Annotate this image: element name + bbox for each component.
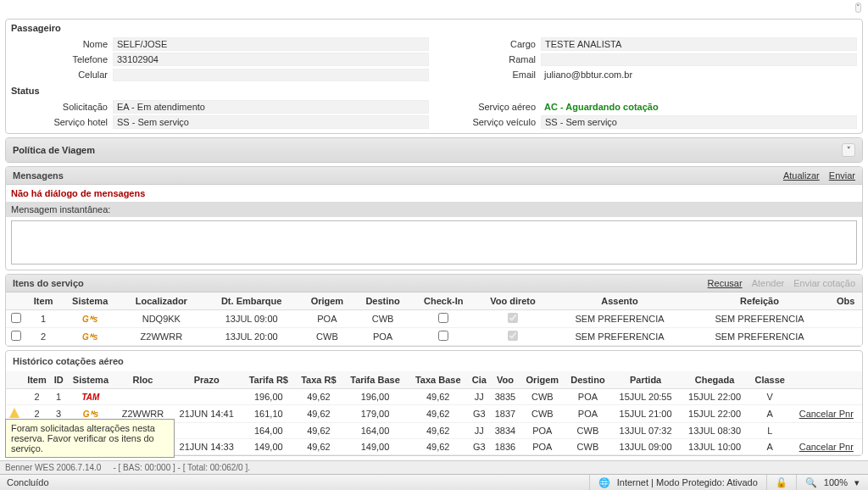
locator: NDQ9KK: [120, 310, 203, 328]
browser-done: Concluído: [0, 477, 56, 487]
items-col-header: Localizador: [120, 292, 203, 310]
app-name: Benner WES 2006.7.14.0: [5, 463, 101, 472]
destination: CWB: [354, 310, 411, 328]
items-col-header: Destino: [354, 292, 411, 310]
cell-label: Celular: [11, 70, 113, 80]
browser-zone: Internet | Modo Protegido: Ativado: [617, 477, 758, 487]
air-value: AC - Aguardando cotação: [541, 101, 857, 113]
app-status-bar: Benner WES 2006.7.14.0 - [ BAS: 00:000 ]…: [0, 460, 868, 474]
system-logo: Gᴺs: [60, 328, 120, 346]
messages-send-link[interactable]: Enviar: [829, 170, 855, 181]
obs: [830, 310, 862, 328]
row-select-checkbox[interactable]: [11, 331, 21, 341]
item-num: 2: [26, 328, 60, 346]
hist-col-header: Tarifa R$: [242, 371, 295, 389]
browser-status-bar: Concluído 🌐Internet | Modo Protegido: At…: [0, 474, 868, 490]
hist-col-header: Cia: [468, 371, 490, 389]
items-col-header: Check-In: [411, 292, 476, 310]
items-col-header: Item: [26, 292, 60, 310]
origin: POA: [300, 310, 354, 328]
hist-col-header: Classe: [749, 371, 791, 389]
service-items-panel: Itens do serviço Recusar Atender Enviar …: [5, 274, 863, 347]
messages-panel: Mensagens Atualizar Enviar Não há diálog…: [5, 166, 863, 270]
item-num: 1: [26, 310, 60, 328]
warning-icon: [9, 408, 19, 418]
boarding-date: 13JUL 20:00: [203, 328, 300, 346]
direct-checkbox[interactable]: [508, 331, 518, 341]
zoom-dropdown-icon[interactable]: ▾: [854, 477, 860, 488]
hist-col-header: Taxa Base: [408, 371, 468, 389]
items-col-header: Assento: [549, 292, 689, 310]
hist-col-header: Destino: [565, 371, 611, 389]
seat: SEM PREFERENCIA: [549, 328, 689, 346]
items-col-header: Refeição: [690, 292, 830, 310]
history-title: Histórico cotações aéreo: [6, 351, 862, 371]
zoom-icon[interactable]: 🔍: [805, 477, 817, 488]
meal: SEM PREFERENCIA: [690, 328, 830, 346]
table-row: 1GᴺsNDQ9KK13JUL 09:00POACWBSEM PREFERENC…: [6, 310, 862, 328]
role-value: TESTE ANALISTA: [541, 37, 857, 51]
hotel-label: Serviço hotel: [11, 117, 113, 127]
obs: [830, 328, 862, 346]
ext-value: [541, 53, 857, 66]
hist-col-header: Item: [23, 371, 51, 389]
checkin-checkbox[interactable]: [438, 331, 448, 341]
cancel-pnr-link[interactable]: Cancelar Pnr: [799, 409, 854, 419]
passenger-status-panel: Passageiro NomeSELF/JOSE Telefone3310290…: [5, 19, 863, 134]
role-label: Cargo: [439, 39, 541, 49]
warning-tooltip: Foram solicitadas alterações nesta reser…: [5, 419, 175, 458]
service-items-table: ItemSistemaLocalizadorDt. EmbarqueOrigem…: [6, 292, 862, 346]
policy-collapse-icon[interactable]: ˅: [842, 143, 855, 157]
policy-panel: Política de Viagem ˅: [5, 137, 863, 163]
vehicle-label: Serviço veículo: [439, 117, 541, 127]
messages-title: Mensagens: [13, 170, 64, 181]
locator: Z2WWRR: [120, 328, 203, 346]
air-label: Serviço aéreo: [439, 102, 541, 112]
refuse-link[interactable]: Recusar: [708, 278, 743, 288]
globe-icon: 🌐: [598, 477, 610, 488]
name-value: SELF/JOSE: [113, 37, 429, 51]
phone-value: 33102904: [113, 53, 429, 66]
checkin-checkbox[interactable]: [438, 313, 448, 323]
lock-off-icon: 🔓: [776, 477, 787, 488]
attend-link: Atender: [752, 278, 785, 288]
items-col-header: Dt. Embarque: [203, 292, 300, 310]
instant-msg-input[interactable]: [11, 220, 857, 264]
policy-title: Política de Viagem: [13, 145, 95, 155]
zoom-value: 100%: [824, 477, 848, 487]
collapse-icon[interactable]: ˅: [855, 3, 861, 13]
send-quote-link: Enviar cotação: [793, 278, 855, 288]
boarding-date: 13JUL 09:00: [203, 310, 300, 328]
phone-label: Telefone: [11, 54, 113, 64]
system-logo: TAM: [66, 389, 114, 405]
status-title: Status: [6, 82, 862, 99]
cancel-pnr-link[interactable]: Cancelar Pnr: [799, 442, 854, 452]
hist-col-header: Taxa R$: [295, 371, 342, 389]
items-col-header: Obs: [830, 292, 862, 310]
table-row: 21TAM196,0049,62196,0049,62JJ3835CWBPOA1…: [6, 389, 862, 405]
hist-col-header: ID: [51, 371, 67, 389]
hist-col-header: Prazo: [171, 371, 242, 389]
ext-label: Ramal: [439, 54, 541, 64]
direct-checkbox[interactable]: [508, 313, 518, 323]
hotel-value: SS - Sem serviço: [113, 115, 429, 129]
email-label: Email: [439, 70, 541, 80]
name-label: Nome: [11, 39, 113, 49]
hist-col-header: Rloc: [114, 371, 170, 389]
messages-update-link[interactable]: Atualizar: [783, 170, 820, 181]
cell-value: [113, 69, 429, 81]
origin: CWB: [300, 328, 354, 346]
row-select-checkbox[interactable]: [11, 313, 21, 323]
hist-col-header: Sistema: [66, 371, 114, 389]
meal: SEM PREFERENCIA: [690, 310, 830, 328]
instant-msg-label: Mensagem instantânea:: [6, 202, 862, 217]
items-title: Itens do serviço: [13, 278, 84, 288]
email-value: juliano@bbtur.com.br: [541, 69, 857, 81]
app-timing: - [ BAS: 00:000 ] - [ Total: 00:062/0 ].: [113, 463, 250, 472]
items-col-header: Sistema: [60, 292, 120, 310]
req-value: EA - Em atendimento: [113, 100, 429, 114]
no-dialog-text: Não há diálogo de mensagens: [6, 185, 862, 202]
destination: POA: [354, 328, 411, 346]
vehicle-value: SS - Sem serviço: [541, 115, 857, 129]
passenger-title: Passageiro: [6, 19, 862, 36]
